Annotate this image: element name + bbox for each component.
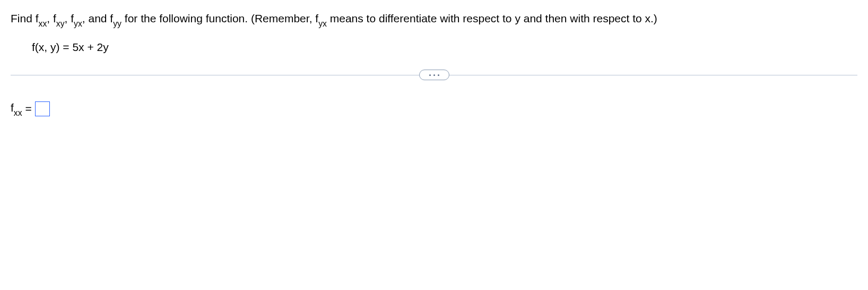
- question-tail: means to differentiate with respect to y…: [330, 12, 657, 24]
- term-fyy: fyy: [110, 12, 121, 24]
- dot-icon: [433, 74, 435, 76]
- divider-row: [11, 70, 857, 80]
- dot-icon: [438, 74, 439, 76]
- equals-sign: =: [25, 103, 32, 115]
- divider-line-right: [449, 75, 858, 75]
- term-fyx: fyx: [71, 12, 82, 24]
- question-lead: Find: [11, 12, 36, 24]
- remember-term: fyx: [315, 12, 327, 24]
- term-fxx: fxx: [36, 12, 47, 24]
- question-prompt: Find fxx, fxy, fyx, and fyy for the foll…: [11, 11, 857, 28]
- divider-line-left: [11, 75, 419, 75]
- answer-input-fxx[interactable]: [35, 101, 50, 116]
- dot-icon: [429, 74, 431, 76]
- more-options-button[interactable]: [419, 70, 449, 80]
- answer-label: fxx: [11, 101, 22, 116]
- question-mid: for the following function. (Remember,: [125, 12, 316, 24]
- function-definition: f(x, y) = 5x + 2y: [32, 41, 857, 54]
- answer-row: fxx =: [11, 101, 857, 116]
- term-fxy: fxy: [53, 12, 65, 24]
